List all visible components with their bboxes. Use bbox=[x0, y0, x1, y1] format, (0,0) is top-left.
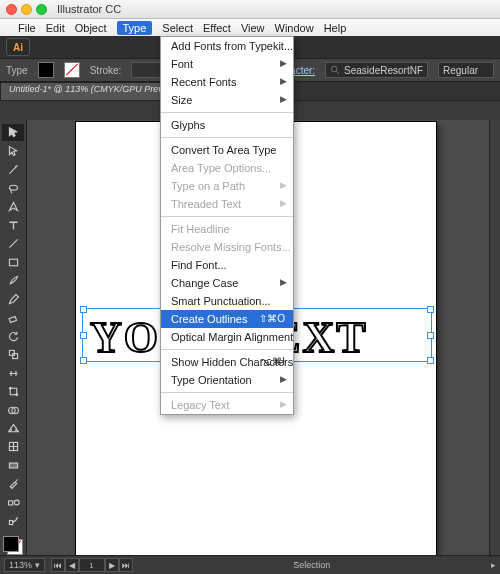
font-family-value: SeasideResortNF bbox=[344, 65, 423, 76]
menu-separator bbox=[161, 137, 293, 138]
menu-edit[interactable]: Edit bbox=[46, 22, 65, 34]
eraser-tool[interactable] bbox=[2, 309, 24, 326]
perspective-grid-tool[interactable] bbox=[2, 420, 24, 437]
status-mode: Selection bbox=[293, 560, 330, 570]
width-tool[interactable] bbox=[2, 364, 24, 381]
scale-tool[interactable] bbox=[2, 346, 24, 363]
type-tool[interactable] bbox=[2, 216, 24, 233]
search-icon bbox=[330, 65, 340, 75]
artboard-last-button[interactable]: ⏭ bbox=[119, 558, 133, 572]
menu-fit-headline: Fit Headline bbox=[161, 220, 293, 238]
window-zoom-dot[interactable] bbox=[36, 4, 47, 15]
svg-line-1 bbox=[336, 71, 339, 74]
zoom-field[interactable]: 113% ▾ bbox=[4, 558, 45, 572]
selection-tool[interactable] bbox=[2, 124, 24, 141]
eyedropper-tool[interactable] bbox=[2, 475, 24, 492]
selection-handle[interactable] bbox=[80, 357, 87, 364]
menu-effect[interactable]: Effect bbox=[203, 22, 231, 34]
font-style-field[interactable]: Regular bbox=[438, 62, 494, 78]
zoom-value: 113% bbox=[9, 560, 32, 570]
svg-point-15 bbox=[14, 500, 19, 505]
menu-create-outlines-shortcut: ⇧⌘O bbox=[259, 313, 285, 324]
menu-glyphs[interactable]: Glyphs bbox=[161, 116, 293, 134]
menu-type-on-path: Type on a Path bbox=[161, 177, 293, 195]
mesh-tool[interactable] bbox=[2, 438, 24, 455]
pencil-tool[interactable] bbox=[2, 290, 24, 307]
menu-find-font[interactable]: Find Font... bbox=[161, 256, 293, 274]
svg-rect-16 bbox=[9, 521, 12, 525]
menu-separator bbox=[161, 392, 293, 393]
menu-optical-margin[interactable]: Optical Margin Alignment bbox=[161, 328, 293, 346]
gradient-tool[interactable] bbox=[2, 457, 24, 474]
svg-rect-6 bbox=[12, 354, 17, 359]
menu-show-hidden-chars-shortcut: ⌥⌘I bbox=[260, 356, 285, 367]
rotate-tool[interactable] bbox=[2, 327, 24, 344]
magic-wand-tool[interactable] bbox=[2, 161, 24, 178]
shape-builder-tool[interactable] bbox=[2, 401, 24, 418]
svg-point-0 bbox=[331, 66, 337, 72]
tools-panel bbox=[0, 120, 27, 556]
artboard-index-field[interactable]: 1 bbox=[79, 558, 105, 572]
line-tool[interactable] bbox=[2, 235, 24, 252]
menu-threaded-text: Threaded Text bbox=[161, 195, 293, 213]
font-family-field[interactable]: SeasideResortNF bbox=[325, 62, 428, 78]
menu-area-type-options: Area Type Options... bbox=[161, 159, 293, 177]
menu-type[interactable]: Type bbox=[117, 21, 153, 35]
svg-rect-13 bbox=[9, 463, 17, 468]
artboard-next-button[interactable]: ▶ bbox=[105, 558, 119, 572]
menu-font[interactable]: Font bbox=[161, 55, 293, 73]
menu-create-outlines-label: Create Outlines bbox=[171, 313, 247, 325]
selection-handle[interactable] bbox=[427, 306, 434, 313]
fill-swatch[interactable] bbox=[38, 62, 54, 78]
artboard-prev-button[interactable]: ◀ bbox=[65, 558, 79, 572]
window-close-dot[interactable] bbox=[6, 4, 17, 15]
status-menu-button[interactable]: ▸ bbox=[491, 560, 496, 570]
right-panel-strip[interactable] bbox=[489, 120, 500, 556]
fill-stroke-indicator[interactable] bbox=[2, 535, 24, 556]
menu-help[interactable]: Help bbox=[324, 22, 347, 34]
stroke-label: Stroke: bbox=[90, 65, 122, 76]
paintbrush-tool[interactable] bbox=[2, 272, 24, 289]
lasso-tool[interactable] bbox=[2, 179, 24, 196]
menu-type-orientation[interactable]: Type Orientation bbox=[161, 371, 293, 389]
selection-handle[interactable] bbox=[427, 357, 434, 364]
selection-handle[interactable] bbox=[427, 332, 434, 339]
menu-add-fonts-typekit[interactable]: Add Fonts from Typekit... bbox=[161, 37, 293, 55]
svg-rect-5 bbox=[9, 350, 14, 355]
menu-object[interactable]: Object bbox=[75, 22, 107, 34]
menu-window[interactable]: Window bbox=[275, 22, 314, 34]
status-bar: 113% ▾ ⏮ ◀ 1 ▶ ⏭ Selection ▸ bbox=[0, 555, 500, 574]
menu-show-hidden-chars[interactable]: Show Hidden Characters ⌥⌘I bbox=[161, 353, 293, 371]
type-menu-dropdown: Add Fonts from Typekit... Font Recent Fo… bbox=[160, 36, 294, 415]
artboard-first-button[interactable]: ⏮ bbox=[51, 558, 65, 572]
fill-indicator[interactable] bbox=[3, 536, 19, 552]
menu-separator bbox=[161, 112, 293, 113]
free-transform-tool[interactable] bbox=[2, 383, 24, 400]
artboard-nav: ⏮ ◀ 1 ▶ ⏭ bbox=[51, 558, 133, 572]
menu-view[interactable]: View bbox=[241, 22, 265, 34]
menu-change-case[interactable]: Change Case bbox=[161, 274, 293, 292]
menu-convert-area-type[interactable]: Convert To Area Type bbox=[161, 141, 293, 159]
menu-separator bbox=[161, 216, 293, 217]
window-minimize-dot[interactable] bbox=[21, 4, 32, 15]
menu-recent-fonts[interactable]: Recent Fonts bbox=[161, 73, 293, 91]
svg-rect-4 bbox=[9, 317, 16, 323]
menu-separator bbox=[161, 349, 293, 350]
rectangle-tool[interactable] bbox=[2, 253, 24, 270]
menu-resolve-missing-fonts: Resolve Missing Fonts... bbox=[161, 238, 293, 256]
menu-select[interactable]: Select bbox=[162, 22, 193, 34]
pen-tool[interactable] bbox=[2, 198, 24, 215]
stroke-swatch[interactable] bbox=[64, 62, 80, 78]
symbol-sprayer-tool[interactable] bbox=[2, 512, 24, 529]
blend-tool[interactable] bbox=[2, 494, 24, 511]
selection-handle[interactable] bbox=[80, 332, 87, 339]
menu-create-outlines[interactable]: Create Outlines ⇧⌘O bbox=[161, 310, 293, 328]
selection-handle[interactable] bbox=[80, 306, 87, 313]
menu-smart-punctuation[interactable]: Smart Punctuation... bbox=[161, 292, 293, 310]
menu-file[interactable]: File bbox=[18, 22, 36, 34]
menu-size[interactable]: Size bbox=[161, 91, 293, 109]
control-mode-label: Type bbox=[6, 65, 28, 76]
font-style-value: Regular bbox=[443, 65, 478, 76]
ai-logo-icon: Ai bbox=[6, 38, 30, 56]
direct-selection-tool[interactable] bbox=[2, 142, 24, 159]
